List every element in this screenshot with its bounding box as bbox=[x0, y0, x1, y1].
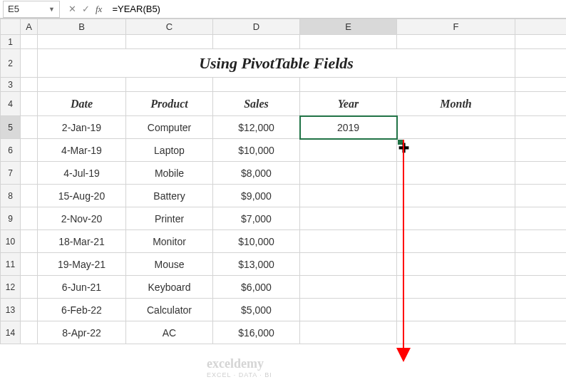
col-header-extra[interactable] bbox=[515, 19, 567, 35]
name-box[interactable]: E5 ▼ bbox=[3, 1, 60, 18]
cell-sales[interactable]: $10,000 bbox=[213, 230, 300, 253]
cell-product[interactable]: AC bbox=[126, 321, 213, 344]
page-title: Using PivotTable Fields bbox=[38, 49, 515, 77]
row-header[interactable]: 10 bbox=[1, 230, 21, 253]
header-month[interactable]: Month bbox=[397, 92, 515, 116]
fx-icon[interactable]: fx bbox=[96, 4, 102, 15]
cell-year[interactable] bbox=[300, 207, 397, 230]
cell-product[interactable]: Printer bbox=[126, 207, 213, 230]
row-header[interactable]: 5 bbox=[1, 116, 21, 139]
cell-month[interactable] bbox=[397, 321, 515, 344]
fill-cursor-icon: ✚ bbox=[398, 145, 409, 152]
col-header-E[interactable]: E bbox=[300, 19, 397, 35]
cell-product[interactable]: Computer bbox=[126, 116, 213, 139]
cell-product[interactable]: Monitor bbox=[126, 230, 213, 253]
cell-date[interactable]: 19-May-21 bbox=[38, 253, 126, 276]
row-header[interactable]: 8 bbox=[1, 185, 21, 207]
cell-product[interactable]: Calculator bbox=[126, 299, 213, 321]
header-year[interactable]: Year bbox=[300, 92, 397, 116]
select-all-corner[interactable] bbox=[1, 19, 21, 35]
cell-sales[interactable]: $7,000 bbox=[213, 207, 300, 230]
grid[interactable]: A B C D E F 1 2 Using PivotTable Fields … bbox=[0, 19, 566, 344]
col-header-F[interactable]: F bbox=[397, 19, 515, 35]
cell-sales[interactable]: $12,000 bbox=[213, 116, 300, 139]
cell-month[interactable] bbox=[397, 299, 515, 321]
row-header[interactable]: 2 bbox=[1, 49, 21, 78]
cell-sales[interactable]: $9,000 bbox=[213, 185, 300, 207]
row-header[interactable]: 12 bbox=[1, 276, 21, 299]
cell-product[interactable]: Keyboard bbox=[126, 276, 213, 299]
cell-year[interactable] bbox=[300, 185, 397, 207]
cell-date[interactable]: 8-Apr-22 bbox=[38, 321, 126, 344]
header-product[interactable]: Product bbox=[126, 92, 213, 116]
watermark: exceldemy EXCEL · DATA · BI bbox=[207, 356, 272, 378]
col-header-B[interactable]: B bbox=[38, 19, 126, 35]
cell-year[interactable] bbox=[300, 321, 397, 344]
table-row: 8 15-Aug-20 Battery $9,000 bbox=[1, 185, 567, 207]
formula-input[interactable] bbox=[108, 1, 566, 18]
row-header[interactable]: 3 bbox=[1, 78, 21, 92]
table-row: 9 2-Nov-20 Printer $7,000 bbox=[1, 207, 567, 230]
cell-date[interactable]: 2-Nov-20 bbox=[38, 207, 126, 230]
cell-sales[interactable]: $10,000 bbox=[213, 139, 300, 162]
watermark-sub: EXCEL · DATA · BI bbox=[207, 371, 272, 378]
cell-product[interactable]: Mouse bbox=[126, 253, 213, 276]
cell-year[interactable] bbox=[300, 253, 397, 276]
cell-month[interactable] bbox=[397, 207, 515, 230]
row-2: 2 Using PivotTable Fields bbox=[1, 49, 567, 78]
cell-month[interactable] bbox=[397, 276, 515, 299]
cell-date[interactable]: 4-Jul-19 bbox=[38, 162, 126, 185]
watermark-brand: exceldemy bbox=[207, 356, 272, 371]
table-row: 12 6-Jun-21 Keyboard $6,000 bbox=[1, 276, 567, 299]
row-header[interactable]: 11 bbox=[1, 253, 21, 276]
cell-month[interactable] bbox=[397, 139, 515, 162]
column-headers: A B C D E F bbox=[1, 19, 567, 35]
cell-date[interactable]: 6-Feb-22 bbox=[38, 299, 126, 321]
cell-sales[interactable]: $6,000 bbox=[213, 276, 300, 299]
cell-year[interactable] bbox=[300, 276, 397, 299]
title-cell[interactable]: Using PivotTable Fields bbox=[38, 49, 515, 78]
row-1: 1 bbox=[1, 35, 567, 49]
header-date[interactable]: Date bbox=[38, 92, 126, 116]
table-row: 11 19-May-21 Mouse $13,000 bbox=[1, 253, 567, 276]
row-header[interactable]: 13 bbox=[1, 299, 21, 321]
cell-month[interactable] bbox=[397, 230, 515, 253]
cell-month[interactable] bbox=[397, 116, 515, 139]
cell-year[interactable] bbox=[300, 299, 397, 321]
col-header-C[interactable]: C bbox=[126, 19, 213, 35]
cell-month[interactable] bbox=[397, 162, 515, 185]
header-sales[interactable]: Sales bbox=[213, 92, 300, 116]
cell-year[interactable] bbox=[300, 139, 397, 162]
table-row: 6 4-Mar-19 Laptop $10,000 bbox=[1, 139, 567, 162]
name-box-value: E5 bbox=[8, 4, 19, 14]
row-header[interactable]: 14 bbox=[1, 321, 21, 344]
cell-date[interactable]: 18-Mar-21 bbox=[38, 230, 126, 253]
active-cell-year[interactable]: 2019 ✚ bbox=[300, 116, 397, 139]
cell-product[interactable]: Battery bbox=[126, 185, 213, 207]
row-header[interactable]: 9 bbox=[1, 207, 21, 230]
cell-date[interactable]: 15-Aug-20 bbox=[38, 185, 126, 207]
row-header[interactable]: 6 bbox=[1, 139, 21, 162]
cell-product[interactable]: Laptop bbox=[126, 139, 213, 162]
row-header[interactable]: 7 bbox=[1, 162, 21, 185]
cell-year[interactable] bbox=[300, 230, 397, 253]
row-header[interactable]: 1 bbox=[1, 35, 21, 49]
col-header-D[interactable]: D bbox=[213, 19, 300, 35]
col-header-A[interactable]: A bbox=[21, 19, 38, 35]
cell-sales[interactable]: $13,000 bbox=[213, 253, 300, 276]
name-box-dropdown-icon[interactable]: ▼ bbox=[48, 6, 55, 13]
cell-sales[interactable]: $16,000 bbox=[213, 321, 300, 344]
cancel-icon[interactable]: ✕ bbox=[68, 4, 76, 14]
cell-date[interactable]: 6-Jun-21 bbox=[38, 276, 126, 299]
cell-product[interactable]: Mobile bbox=[126, 162, 213, 185]
cell-year[interactable] bbox=[300, 162, 397, 185]
row-header[interactable]: 4 bbox=[1, 92, 21, 116]
cell-date[interactable]: 2-Jan-19 bbox=[38, 116, 126, 139]
cell-sales[interactable]: $8,000 bbox=[213, 162, 300, 185]
accept-icon[interactable]: ✓ bbox=[82, 4, 90, 14]
cell-sales[interactable]: $5,000 bbox=[213, 299, 300, 321]
cell-month[interactable] bbox=[397, 185, 515, 207]
fill-handle[interactable]: ✚ bbox=[395, 137, 406, 148]
cell-month[interactable] bbox=[397, 253, 515, 276]
cell-date[interactable]: 4-Mar-19 bbox=[38, 139, 126, 162]
